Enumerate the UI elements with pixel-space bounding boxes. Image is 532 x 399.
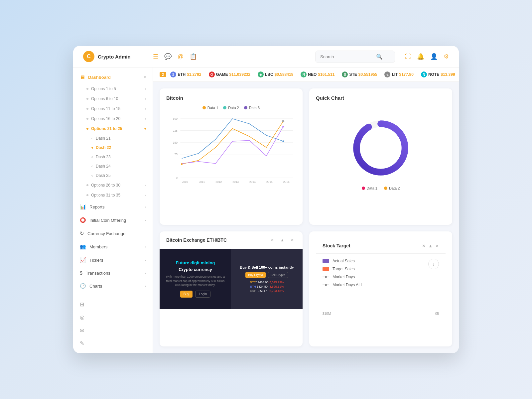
buy-sell-buttons: Buy Crypto Sell Crypto (245, 272, 288, 278)
btc-price-row: BTC 19464.00 -3,595.99% (250, 281, 284, 284)
sub-arrow-1: › (145, 87, 146, 91)
main-window: C Crypto Admin ☰ 💬 @ 📋 🔍 ⛶ 🔔 👤 ⚙ 🖥 (73, 46, 459, 353)
download-btn[interactable]: ↓ (428, 259, 439, 269)
header: C Crypto Admin ☰ 💬 @ 📋 🔍 ⛶ 🔔 👤 ⚙ (73, 46, 459, 67)
bitcoin-chart-svg: 300 225 150 75 0 2010 2011 2012 2013 201… (166, 113, 296, 184)
sidebar-child-items: Dash 21 Dash 22 Dash 23 Dash 24 (73, 134, 153, 180)
child-dot-25 (91, 175, 93, 177)
sidebar-item-transactions[interactable]: $ Transactions › (73, 267, 153, 279)
bell-icon[interactable]: 🔔 (417, 53, 424, 60)
svg-point-23 (356, 124, 405, 172)
stock-cross-1[interactable]: ✕ (422, 243, 426, 248)
exchange-title: Bitcoin Exchange ETH/BTC (166, 237, 265, 243)
download-icon: ↓ (433, 261, 435, 267)
exchange-label: Currency Exchange (87, 231, 125, 236)
sidebar-sub-1[interactable]: Options 1 to 5 › (73, 84, 153, 94)
sidebar-child-25[interactable]: Dash 25 (73, 171, 153, 180)
clipboard-icon[interactable]: 📋 (190, 53, 197, 60)
sidebar-item-tickers[interactable]: 📈 Tickers › (73, 253, 153, 267)
sidebar-sub-6[interactable]: Options 26 to 30 › (73, 180, 153, 190)
sub-arrow-4: › (145, 117, 146, 121)
bottom-icon-grid[interactable]: ⊞ (73, 298, 153, 311)
sidebar-sub-4[interactable]: Options 16 to 20 › (73, 114, 153, 124)
stock-cross-2[interactable]: ✕ (435, 243, 439, 248)
legend-dot-3 (244, 106, 247, 109)
at-icon[interactable]: @ (178, 53, 184, 60)
bottom-icon-box[interactable]: ◎ (73, 311, 153, 324)
buy-sell-headline: Buy & Sell 100+ coins instantly (240, 265, 294, 269)
exchange-minimize-btn[interactable]: ✕ (289, 236, 296, 244)
exchange-cross-btn[interactable]: ✕ (269, 236, 276, 244)
logo-area: C Crypto Admin (83, 51, 143, 62)
bottom-icon-mail[interactable]: ✉ (73, 324, 153, 337)
settings-icon[interactable]: ⚙ (444, 53, 449, 60)
sidebar-sub-2[interactable]: Options 6 to 10 › (73, 94, 153, 104)
stock-up[interactable]: ▲ (428, 243, 433, 248)
preview-buttons: Buy Login (180, 291, 211, 298)
donut-legend-1: Data 1 (362, 186, 377, 190)
legend-dot-1 (202, 106, 206, 109)
sidebar-item-dashboard[interactable]: 🖥 Dashboard ▾ (73, 71, 153, 84)
stock-x-label: 05 (435, 312, 439, 316)
chat-icon[interactable]: 💬 (164, 53, 172, 60)
target-sales-legend: Target Sales (323, 267, 363, 271)
buy-crypto-btn[interactable]: Buy Crypto (245, 272, 266, 278)
stock-target-card: Stock Target ✕ ▲ ✕ Actual Sa (309, 231, 452, 346)
sidebar-sub-3[interactable]: Options 11 to 15 › (73, 104, 153, 114)
child-dot-23 (91, 156, 93, 158)
search-icon: 🔍 (376, 54, 383, 60)
sidebar-child-23[interactable]: Dash 23 (73, 152, 153, 162)
target-sales-rect (323, 267, 329, 271)
note-icon: N (421, 71, 427, 77)
preview-headline: Future digit mining (176, 260, 215, 265)
expand-icon[interactable]: ⛶ (405, 53, 411, 60)
quick-chart-title: Quick Chart (316, 95, 446, 101)
bitcoin-chart-area: 300 225 150 75 0 2010 2011 2012 2013 201… (166, 113, 296, 196)
sell-crypto-btn[interactable]: Sell Crypto (268, 272, 288, 278)
login-button[interactable]: Login (195, 291, 210, 298)
svg-text:75: 75 (174, 153, 178, 156)
dashboard-label: Dashboard (88, 75, 111, 80)
stock-title: Stock Target (323, 243, 422, 248)
sidebar-sub-5[interactable]: Options 21 to 25 ▾ (73, 124, 153, 134)
legend-dot-2 (223, 106, 226, 109)
buy-button[interactable]: Buy (180, 291, 193, 298)
bottom-icon-edit[interactable]: ✎ (73, 337, 153, 350)
sidebar-item-reports[interactable]: 📊 Reports › (73, 200, 153, 213)
menu-icon[interactable]: ☰ (153, 53, 158, 60)
stock-legend-area: Actual Sales Target Sales (323, 259, 439, 291)
sidebar-sub-7[interactable]: Options 31 to 35 › (73, 190, 153, 200)
sidebar-bottom: ⊞ ◎ ✉ ✎ (73, 296, 153, 350)
transactions-icon: $ (80, 270, 82, 276)
ticker-note: N NOTE $13.399 (421, 71, 455, 77)
sidebar-item-charts[interactable]: 🕐 Charts › (73, 279, 153, 293)
market-days-all-dot (325, 284, 327, 286)
sidebar-child-24[interactable]: Dash 24 (73, 162, 153, 171)
bitcoin-chart-card: Bitcoin Data 1 Data 2 Data 3 (160, 88, 303, 225)
header-quick-icons: ☰ 💬 @ 📋 (153, 53, 197, 60)
xrp-price-row: XRP 0.5317 -2,793.48% (250, 289, 284, 293)
sub-arrow-3: › (145, 107, 146, 111)
sidebar-child-21[interactable]: Dash 21 (73, 134, 153, 143)
stock-actions: ✕ ▲ ✕ (422, 243, 439, 248)
sidebar-item-ico[interactable]: ⭕ Initial Coin Offering › (73, 213, 153, 227)
tickers-label: Tickers (89, 258, 103, 263)
search-input[interactable] (320, 54, 373, 59)
exchange-up-btn[interactable]: ▲ (279, 236, 286, 244)
sub-dot-2 (86, 98, 88, 100)
svg-text:2011: 2011 (199, 180, 205, 184)
user-icon[interactable]: 👤 (430, 53, 438, 60)
sidebar: 🖥 Dashboard ▾ Options 1 to 5 › Options 6… (73, 67, 153, 353)
sidebar-child-22[interactable]: Dash 22 (73, 143, 153, 152)
sub-dot-7 (86, 194, 88, 196)
search-bar[interactable]: 🔍 (315, 51, 395, 63)
svg-text:2012: 2012 (215, 180, 222, 184)
market-days-all-line (323, 285, 329, 285)
members-arrow: › (145, 245, 146, 249)
ticker-game: G GAME $11.039232 (209, 71, 250, 77)
donut-dot-2 (384, 187, 387, 190)
svg-text:2015: 2015 (266, 180, 273, 184)
exchange-preview: Future digit mining Crypto currency With… (160, 249, 303, 309)
sidebar-item-members[interactable]: 👥 Members › (73, 240, 153, 253)
sidebar-item-exchange[interactable]: ↻ Currency Exchange (73, 227, 153, 240)
